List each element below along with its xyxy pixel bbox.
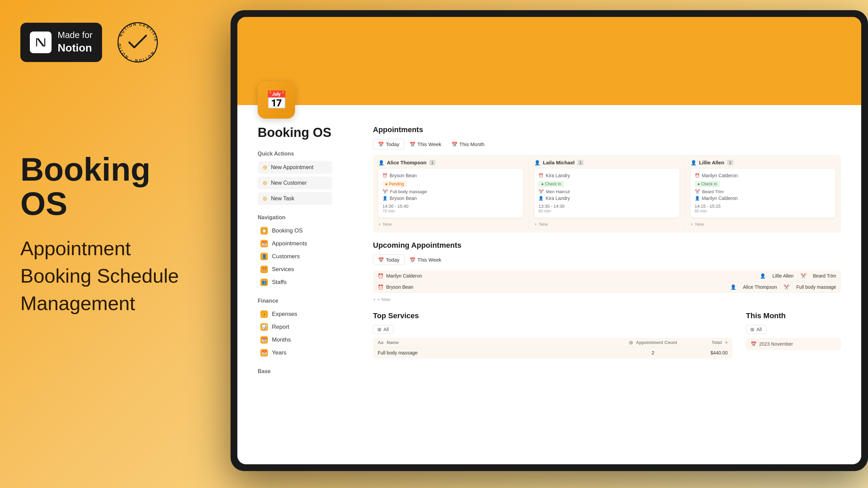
services-section: Top Services ⊞ All bbox=[373, 311, 841, 359]
tab-upcoming-today[interactable]: 📅 Today bbox=[373, 255, 405, 265]
months-icon: 📆 bbox=[260, 336, 268, 344]
svg-text:· NOTION · NOTION ·: · NOTION · NOTION · bbox=[116, 20, 157, 63]
new-card-btn-1[interactable]: + New bbox=[378, 220, 523, 228]
calendar-icon: 📅 bbox=[378, 142, 384, 147]
appointments-title: Appointments bbox=[373, 125, 841, 134]
base-label: Base bbox=[258, 368, 359, 374]
sidebar-item-months[interactable]: 📆 Months bbox=[258, 334, 359, 346]
sidebar-item-services[interactable]: ✂️ Services bbox=[258, 263, 359, 276]
upcoming-row-1: ⏰ Marilyn Calderon 👤 Lillie Allen ✂️ Bea… bbox=[373, 270, 841, 282]
cal-icon-u1: 📅 bbox=[378, 257, 384, 263]
month-date-row: 📅 2023 November bbox=[751, 341, 836, 347]
col-header-alice: 👤 Alice Thompson 1 bbox=[378, 160, 523, 165]
plus-col-icon: + bbox=[725, 340, 728, 345]
col-header-laila: 👤 Laila Michael 1 bbox=[534, 160, 679, 165]
services-filter-all[interactable]: ⊞ All bbox=[373, 325, 393, 334]
board-col-alice: 👤 Alice Thompson 1 ⏰ Bryson Bean bbox=[373, 155, 529, 233]
service-row-1: Full body massage 2 $440.00 bbox=[373, 347, 732, 359]
sidebar-item-booking-os[interactable]: 📋 Booking OS bbox=[258, 225, 359, 237]
cal-icon-u2: 📅 bbox=[410, 257, 415, 263]
plus-icon-2: ⊕ bbox=[262, 179, 268, 187]
dot-icon: ● bbox=[385, 182, 388, 186]
card-duration-1: 70 min bbox=[382, 209, 519, 214]
clock-icon-u1: ⏰ bbox=[378, 273, 383, 279]
dot-icon-2: ● bbox=[541, 182, 544, 186]
top-services-title: Top Services bbox=[373, 311, 732, 320]
app-header: 📅 bbox=[237, 17, 861, 105]
card-service-3: ✂️ Beard Trim bbox=[695, 189, 831, 194]
appointment-card-1: ⏰ Bryson Bean ● Pending ✂️ bbox=[378, 169, 523, 218]
sidebar-item-report[interactable]: 📊 Report bbox=[258, 321, 359, 333]
person-icon-u2: 👤 bbox=[730, 284, 736, 290]
upcoming-row-2: ⏰ Bryson Bean 👤 Alice Thompson ✂️ Full b… bbox=[373, 282, 841, 293]
scissors-icon-u2: ✂️ bbox=[784, 284, 789, 290]
sidebar-item-years[interactable]: 📅 Years bbox=[258, 347, 359, 359]
col-header-lillie: 👤 Lillie Allen 1 bbox=[691, 160, 835, 165]
month-filter-row: ⊞ All bbox=[746, 325, 841, 334]
new-task-button[interactable]: ⊕ New Task bbox=[258, 192, 332, 205]
nav-section: Navigation 📋 Booking OS 📅 Appointments 👤 bbox=[258, 215, 359, 288]
subtitle: Appointment Booking Schedule Management bbox=[20, 235, 203, 317]
tab-upcoming-week[interactable]: 📅 This Week bbox=[405, 255, 447, 265]
new-card-btn-2[interactable]: + New bbox=[534, 220, 679, 228]
sidebar-item-customers[interactable]: 👤 Customers bbox=[258, 250, 359, 263]
plus-icon-3: ⊕ bbox=[262, 195, 268, 202]
card-staff-3: 👤 Marilyn Calderon bbox=[695, 196, 831, 201]
quick-actions-label: Quick Actions bbox=[258, 151, 359, 157]
nav-label: Navigation bbox=[258, 215, 359, 221]
dot-icon-3: ● bbox=[697, 182, 700, 186]
grid-icon: ⊞ bbox=[377, 327, 381, 332]
upcoming-new-btn[interactable]: + + New bbox=[373, 296, 841, 303]
tab-this-week[interactable]: 📅 This Week bbox=[405, 139, 447, 149]
sidebar-item-expenses[interactable]: 💰 Expenses bbox=[258, 308, 359, 320]
new-card-btn-3[interactable]: + New bbox=[691, 220, 835, 228]
appointment-card-2: ⏰ Kira Landry ● Check In ✂️ bbox=[534, 169, 679, 218]
this-month-section: This Month ⊞ All 📅 bbox=[746, 311, 841, 359]
upcoming-right-1: 👤 Lillie Allen ✂️ Beard Trim bbox=[760, 273, 836, 279]
left-panel: Made for Notion NOTION CERTIFIED · NOTIO… bbox=[0, 0, 224, 488]
service-count-1: 2 bbox=[626, 350, 680, 355]
certified-badge: NOTION CERTIFIED · NOTION · NOTION · bbox=[116, 20, 160, 64]
col-name-header: Aa Name bbox=[378, 340, 619, 345]
status-badge-checkin: ● Check In bbox=[538, 181, 564, 187]
status-badge-checkin-2: ● Check In bbox=[695, 181, 720, 187]
new-customer-button[interactable]: ⊕ New Customer bbox=[258, 177, 332, 189]
scissors-icon: ✂️ bbox=[382, 189, 388, 194]
card-service-2: ✂️ Men Haircut bbox=[538, 189, 675, 194]
this-month-title: This Month bbox=[746, 311, 841, 320]
plus-icon-card-2: + bbox=[534, 222, 537, 227]
sidebar-item-staffs[interactable]: 👥 Staffs bbox=[258, 276, 359, 288]
card-time-3: 14:15 - 15:15 bbox=[695, 204, 831, 209]
new-appointment-button[interactable]: ⊕ New Appointment bbox=[258, 161, 332, 174]
clock-icon-u2: ⏰ bbox=[378, 284, 383, 290]
page-title: Booking OS bbox=[258, 125, 359, 140]
col-total-header: Total + bbox=[687, 340, 728, 345]
grid-icon-2: ⊞ bbox=[750, 327, 754, 332]
plus-icon: ⊕ bbox=[262, 164, 268, 171]
scissors-icon-3: ✂️ bbox=[695, 189, 700, 194]
staffs-icon: 👥 bbox=[260, 279, 268, 286]
sidebar-item-appointments[interactable]: 📅 Appointments bbox=[258, 238, 359, 250]
card-person-1: ⏰ Bryson Bean bbox=[382, 173, 519, 178]
notion-badge-text: Made for Notion bbox=[58, 29, 93, 55]
upcoming-person-2: ⏰ Bryson Bean bbox=[378, 284, 724, 290]
tab-today[interactable]: 📅 Today bbox=[373, 139, 405, 149]
upcoming-person-1: ⏰ Marilyn Calderon bbox=[378, 273, 753, 279]
board-col-laila: 👤 Laila Michael 1 ⏰ Kira Landry bbox=[529, 155, 685, 233]
services-table-header: Aa Name ◎ Appointment Count bbox=[373, 338, 732, 347]
base-section: Base bbox=[258, 368, 359, 374]
services-left: Top Services ⊞ All bbox=[373, 311, 732, 359]
services-icon: ✂️ bbox=[260, 266, 268, 273]
plus-icon-card: + bbox=[378, 222, 381, 227]
month-filter-all[interactable]: ⊞ All bbox=[746, 325, 766, 334]
badges-row: Made for Notion NOTION CERTIFIED · NOTIO… bbox=[20, 20, 203, 64]
tab-this-month[interactable]: 📅 This Month bbox=[447, 139, 490, 149]
card-staff-1: 👤 Bryson Bean bbox=[382, 196, 519, 201]
upcoming-table: ⏰ Marilyn Calderon 👤 Lillie Allen ✂️ Bea… bbox=[373, 270, 841, 293]
svg-text:NOTION CERTIFIED: NOTION CERTIFIED bbox=[116, 20, 158, 42]
expenses-icon: 💰 bbox=[260, 310, 268, 318]
person-icon-3: 👤 bbox=[691, 160, 696, 165]
clock-icon-2: ⏰ bbox=[538, 173, 544, 178]
status-badge-pending: ● Pending bbox=[382, 181, 407, 187]
quick-actions: Quick Actions ⊕ New Appointment ⊕ New Cu… bbox=[258, 151, 359, 205]
